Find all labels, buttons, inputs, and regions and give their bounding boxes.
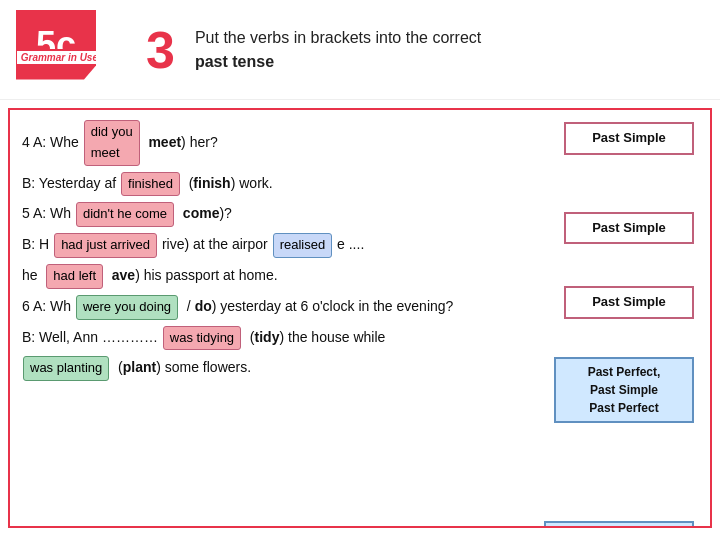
line-5b-1: B: H had just arrived rive) at the airpo… [22,233,698,258]
answer-4a-1: did youmeet [84,120,140,166]
text-5b2-before: he [22,267,41,283]
answer-4b-1: finished [121,172,180,197]
text-5a-before: 5 A: Wh [22,206,71,222]
grammar-tag: Grammar in Use [15,49,104,66]
text-5b1-before: B: H [22,236,49,252]
logo-box: 5c Grammar in Use [16,10,126,90]
header: 5c Grammar in Use 3 Put the verbs in bra… [0,0,720,100]
text-5b1-after: e .... [337,236,364,252]
line-4b: B: Yesterday af finished (finish) work. … [22,172,698,197]
answer-5a-1: didn't he come [76,202,174,227]
exercise-number: 3 [146,24,175,76]
answer-5b1-2: realised [273,233,333,258]
text-6a-before: 6 A: Wh [22,298,71,314]
text-6b1-bold: (tidy) the house while [246,329,385,345]
label-6a: Past Continuous,Past Continuous,Past Con… [544,521,694,528]
line-4a: 4 A: Whe did youmeet meet) her? Past Sim… [22,120,698,166]
text-5b2-after: ave) his passport at home. [108,267,278,283]
text-5b1-mid: rive) at the airpor [162,236,268,252]
answer-6b2-1: was planting [23,356,109,381]
text-5a-bold: come)? [179,206,232,222]
instruction-line1: Put the verbs in brackets into the corre… [195,29,481,46]
content-area: 4 A: Whe did youmeet meet) her? Past Sim… [8,108,712,528]
text-4a-before: 4 A: Whe [22,134,79,150]
line-5b-2: he had left ave) his passport at home. [22,264,698,289]
line-6b-1: B: Well, Ann ………… was tidying (tidy) the… [22,326,698,351]
answer-6b1-1: was tidying [163,326,241,351]
text-4b-before: B: Yesterday af [22,175,116,191]
logo-5c: 5c Grammar in Use [16,10,96,80]
answer-5b1-1: had just arrived [54,233,157,258]
text-6b2-bold: (plant) some flowers. [114,359,251,375]
text-6b1-before: B: Well, Ann ………… [22,329,162,345]
text-4a-bold: meet) her? [145,134,218,150]
instruction: Put the verbs in brackets into the corre… [195,26,481,74]
text-4b-bold: (finish) work. [185,175,273,191]
text-6a-bold: / do) yesterday at 6 o'clock in the even… [183,298,453,314]
line-5a: 5 A: Wh didn't he come come)? Past Simpl… [22,202,698,227]
answer-5b2-1: had left [46,264,103,289]
label-4a: Past Simple [564,122,694,155]
instruction-line2: past tense [195,53,274,70]
line-6a: 6 A: Wh were you doing / do) yesterday a… [22,295,698,320]
answer-6a-1: were you doing [76,295,178,320]
line-6b-2: was planting (plant) some flowers. [22,356,698,381]
